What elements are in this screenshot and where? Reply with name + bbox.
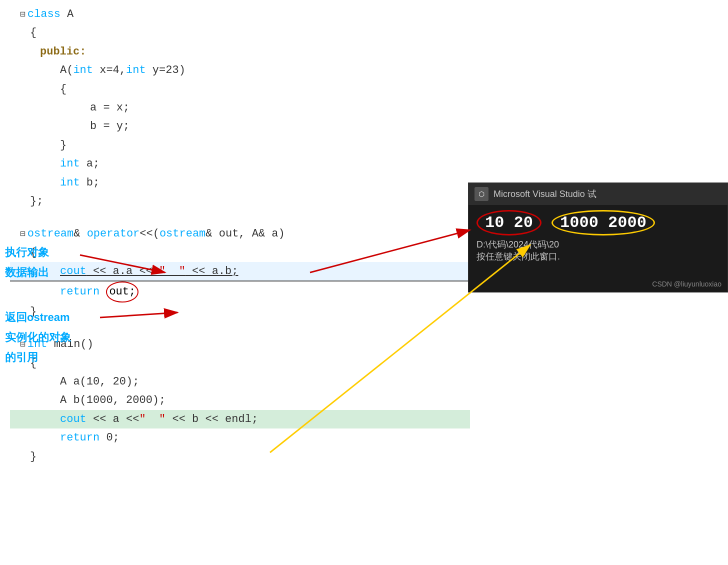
a-param: A& a) bbox=[252, 224, 285, 243]
public-keyword: public: bbox=[40, 42, 86, 61]
assign-a: a = x; bbox=[90, 98, 130, 117]
member-b: b; bbox=[80, 174, 100, 192]
output-10-20: 10 20 bbox=[476, 210, 542, 236]
constructor-name: A( bbox=[60, 61, 73, 80]
open-brace-ctor: { bbox=[60, 80, 66, 98]
console-output: 10 20 1000 2000 D:\代码\2024代码\20 按任意键关闭此窗… bbox=[468, 205, 728, 268]
out-circled: out; bbox=[106, 282, 138, 302]
annotation-execute-obj: 执行对象 bbox=[5, 245, 49, 260]
annotation-data-output: 数据输出 bbox=[5, 265, 49, 280]
collapse-icon: ⊟ bbox=[20, 7, 26, 22]
int-kw-b: int bbox=[60, 174, 80, 192]
return-main-kw: return bbox=[60, 428, 100, 447]
int-kw-2: int bbox=[126, 61, 146, 80]
obj-a-decl: A a(10, 20); bbox=[60, 372, 139, 391]
console-path: D:\代码\2024代码\20 bbox=[476, 238, 720, 250]
param-x: x=4, bbox=[93, 61, 126, 80]
console-panel: ⬡ Microsoft Visual Studio 试 10 20 1000 2… bbox=[468, 182, 728, 292]
ostream-kw: ostream bbox=[28, 224, 74, 243]
console-credit: CSDN @liuyunluoxiao bbox=[652, 280, 722, 288]
class-name: A bbox=[60, 5, 74, 24]
cout-main-kw: cout bbox=[60, 410, 86, 428]
space-before-out bbox=[100, 282, 106, 301]
class-end: }; bbox=[30, 192, 43, 210]
collapse-icon-op: ⊟ bbox=[20, 226, 26, 242]
int-kw-1: int bbox=[73, 61, 93, 80]
open-brace-class: { bbox=[30, 24, 36, 42]
string-literal: " " bbox=[159, 262, 186, 280]
code-editor: ⊟ class A { public: A(int x=4,int y=23) … bbox=[0, 0, 470, 565]
operator-kw: operator bbox=[87, 224, 140, 243]
return-kw: return bbox=[60, 282, 100, 301]
vs-icon: ⬡ bbox=[474, 187, 488, 201]
op-sym: <<( bbox=[140, 224, 160, 243]
cout-main-b: << b << endl; bbox=[166, 410, 258, 428]
op-stream2: << a.b; bbox=[186, 262, 238, 280]
close-brace-main: } bbox=[30, 448, 36, 466]
console-title: Microsoft Visual Studio 试 bbox=[494, 188, 596, 200]
param-y: y=23) bbox=[146, 61, 186, 80]
console-hint: 按任意键关闭此窗口. bbox=[476, 250, 720, 262]
output-1000-2000: 1000 2000 bbox=[552, 210, 655, 236]
cout-main-op: << a << bbox=[86, 410, 140, 428]
console-titlebar: ⬡ Microsoft Visual Studio 试 bbox=[468, 183, 728, 205]
cout-kw: cout bbox=[60, 262, 86, 280]
member-a: a; bbox=[80, 154, 100, 173]
op-sig: & bbox=[74, 224, 86, 243]
annotation-reference: 的引用 bbox=[5, 350, 38, 365]
ostream-kw2: ostream bbox=[160, 224, 206, 243]
class-keyword: class bbox=[28, 5, 60, 24]
int-kw-a: int bbox=[60, 154, 80, 173]
out-param: & out, bbox=[206, 224, 252, 243]
obj-b-decl: A b(1000, 2000); bbox=[60, 391, 166, 410]
annotation-return-ostream: 返回ostream bbox=[5, 310, 70, 325]
close-brace-ctor: } bbox=[60, 136, 66, 154]
return-zero: 0; bbox=[100, 428, 120, 447]
assign-b: b = y; bbox=[90, 117, 130, 136]
console-numbers-row: 10 20 1000 2000 bbox=[476, 210, 720, 236]
annotation-instantiated: 实例化的对象 bbox=[5, 330, 71, 345]
string-main: " " bbox=[139, 410, 166, 428]
op-stream1: << a.a << bbox=[86, 262, 159, 280]
